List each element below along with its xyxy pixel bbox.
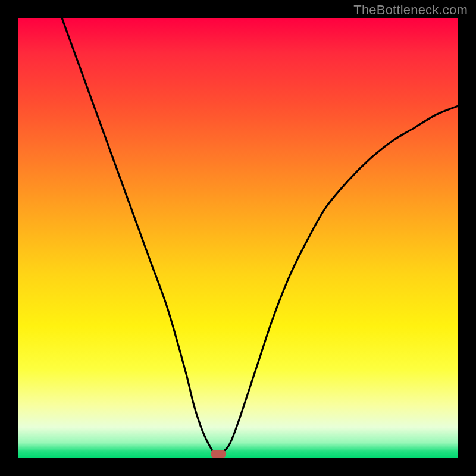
plot-area <box>18 18 458 458</box>
optimum-marker <box>211 450 226 458</box>
chart-frame: TheBottleneck.com <box>0 0 476 476</box>
bottleneck-curve <box>18 18 458 458</box>
watermark: TheBottleneck.com <box>353 2 468 18</box>
